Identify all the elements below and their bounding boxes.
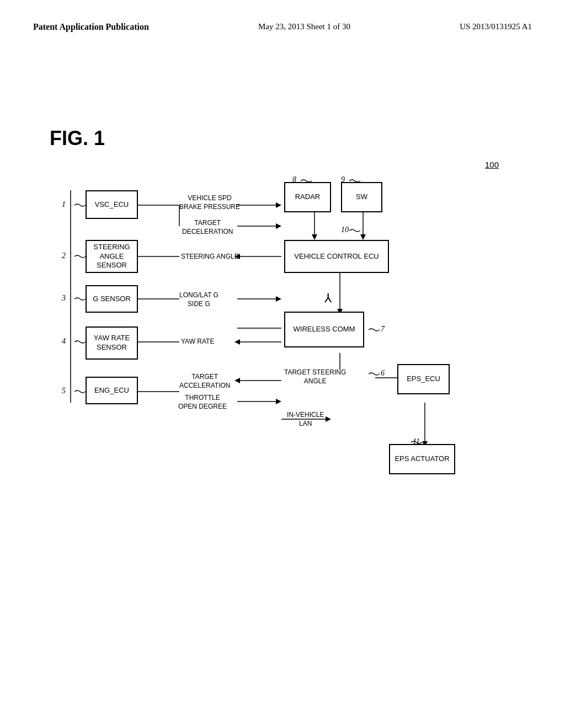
svg-marker-11 [276, 296, 281, 302]
eps-actuator-box: EPS ACTUATOR [389, 444, 455, 474]
svg-marker-14 [234, 339, 240, 345]
ref-num-4: 4 [62, 337, 66, 346]
yaw-rate-label: YAW RATE [181, 338, 214, 345]
svg-marker-5 [276, 223, 281, 229]
eps-ecu-box: EPS_ECU [397, 364, 450, 394]
steering-angle-label: STEERING ANGLE [181, 253, 239, 260]
page: Patent Application Publication May 23, 2… [0, 0, 565, 728]
eng-ecu-box: ENG_ECU [86, 377, 138, 404]
antenna-symbol: ⅄ [324, 291, 332, 306]
target-accel-label: TARGET ACCELERATION [179, 373, 230, 390]
in-vehicle-lan-label: IN-VEHICLE LAN [287, 411, 324, 428]
svg-marker-3 [276, 202, 281, 208]
header: Patent Application Publication May 23, 2… [0, 0, 565, 32]
svg-marker-19 [276, 399, 281, 404]
header-right-label: US 2013/0131925 A1 [460, 22, 532, 31]
throttle-open-label: THROTTLE OPEN DEGREE [178, 394, 227, 411]
ref-num-6: 6 [381, 369, 385, 378]
vehicle-control-ecu-box: VEHICLE CONTROL ECU [284, 240, 389, 273]
ref-num-3: 3 [62, 294, 66, 303]
svg-marker-17 [234, 378, 240, 383]
svg-marker-25 [360, 234, 366, 240]
header-center-label: May 23, 2013 Sheet 1 of 30 [258, 22, 350, 31]
target-decel-label: TARGET DECELERATION [182, 219, 233, 236]
fig-label: FIG. 1 [50, 127, 105, 150]
svg-marker-23 [312, 234, 317, 240]
ref-100: 100 [485, 160, 499, 170]
ref-num-10: 10 [341, 226, 349, 234]
diagram: 1 2 3 4 5 8 9 10 7 6 11 VSC_ECU STEERING… [33, 171, 519, 513]
sw-box: SW [341, 182, 382, 212]
wireless-comm-box: WIRELESS COMM [284, 312, 364, 347]
ref-num-1: 1 [62, 200, 66, 209]
vsc-ecu-box: VSC_ECU [86, 190, 138, 219]
g-sensor-box: G SENSOR [86, 285, 138, 313]
radar-box: RADAR [284, 182, 331, 212]
header-left-label: Patent Application Publication [33, 22, 149, 32]
ref-num-5: 5 [62, 387, 66, 395]
ref-num-2: 2 [62, 251, 66, 260]
target-steering-angle-label: TARGET STEERING ANGLE [284, 368, 346, 386]
long-lat-g-label: LONG/LAT G SIDE G [179, 291, 218, 308]
ref-num-7: 7 [381, 325, 385, 334]
yaw-rate-sensor-box: YAW RATE SENSOR [86, 326, 138, 360]
svg-marker-29 [326, 416, 331, 422]
steering-angle-sensor-box: STEERING ANGLE SENSOR [86, 240, 138, 273]
vehicle-spd-label: VEHICLE SPD BRAKE PRESSURE [179, 194, 240, 211]
